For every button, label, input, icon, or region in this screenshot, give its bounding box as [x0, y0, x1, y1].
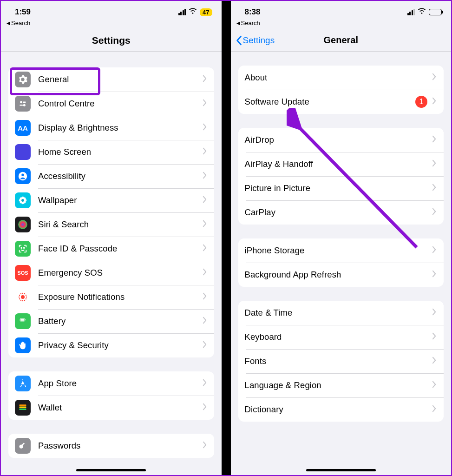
row-sos[interactable]: SOSEmergency SOS [8, 261, 214, 285]
svg-point-28 [22, 293, 23, 294]
chevron-right-icon [203, 292, 207, 302]
chevron-right-icon [203, 172, 207, 181]
chevron-right-icon [203, 220, 207, 229]
row-fonts[interactable]: Fonts [238, 349, 444, 373]
row-about[interactable]: About [238, 66, 444, 90]
row-label: iPhone Storage [245, 245, 432, 256]
chevron-right-icon [432, 405, 436, 414]
svg-point-20 [26, 298, 26, 299]
chevron-right-icon [203, 317, 207, 326]
chevron-right-icon [203, 441, 207, 450]
status-time: 8:38 [245, 7, 261, 17]
cellular-icon [178, 9, 186, 15]
person-icon [15, 168, 31, 184]
general-screen: 8:38 ◀ Search Settings General AboutSoft… [231, 1, 452, 475]
row-label: Display & Brightness [38, 123, 203, 133]
svg-rect-33 [25, 319, 26, 320]
row-bgrefresh[interactable]: Background App Refresh [238, 263, 444, 287]
row-appstore[interactable]: App Store [8, 371, 214, 396]
row-label: Picture in Picture [245, 183, 432, 193]
row-display[interactable]: AADisplay & Brightness [8, 116, 214, 140]
row-airdrop[interactable]: AirDrop [238, 128, 444, 152]
sliders-icon [15, 96, 31, 112]
row-general[interactable]: General [8, 67, 214, 92]
row-siri[interactable]: Siri & Search [8, 212, 214, 237]
svg-point-2 [23, 104, 26, 106]
chevron-right-icon [203, 123, 207, 132]
chevron-right-icon [203, 341, 207, 350]
row-battery[interactable]: Battery [8, 309, 214, 333]
row-label: Software Update [245, 97, 416, 107]
svg-point-21 [24, 300, 25, 301]
svg-point-14 [21, 199, 24, 202]
svg-point-24 [19, 298, 20, 299]
chevron-right-icon [432, 184, 436, 193]
row-label: About [245, 73, 432, 83]
wifi-icon [189, 7, 197, 17]
row-software-update[interactable]: Software Update1 [238, 90, 444, 114]
chevron-right-icon [203, 403, 207, 412]
row-carplay[interactable]: CarPlay [238, 200, 444, 225]
chevron-right-icon [203, 379, 207, 388]
wallet-icon [15, 400, 31, 416]
row-datetime[interactable]: Date & Time [238, 301, 444, 325]
row-label: Wallpaper [38, 195, 203, 205]
chevron-right-icon [432, 246, 436, 255]
row-label: Control Centre [38, 99, 203, 109]
svg-rect-1 [23, 101, 26, 103]
chevron-right-icon [203, 244, 207, 253]
svg-point-18 [21, 295, 25, 299]
svg-point-29 [24, 293, 25, 294]
svg-point-30 [26, 295, 26, 296]
home-indicator[interactable] [306, 469, 376, 471]
breadcrumb-back[interactable]: ◀ Search [1, 19, 222, 29]
row-wallpaper[interactable]: Wallpaper [8, 188, 214, 212]
row-privacy[interactable]: Privacy & Security [8, 333, 214, 357]
row-passwords[interactable]: Passwords [8, 434, 214, 458]
svg-point-5 [21, 174, 24, 177]
row-control-centre[interactable]: Control Centre [8, 92, 214, 116]
row-exposure[interactable]: Exposure Notifications [8, 285, 214, 309]
row-dict[interactable]: Dictionary [238, 397, 444, 422]
row-label: AirDrop [245, 135, 432, 145]
screenshot-divider [222, 1, 231, 475]
row-lang[interactable]: Language & Region [238, 373, 444, 397]
row-label: General [38, 74, 203, 85]
svg-point-19 [26, 297, 27, 298]
row-wallet[interactable]: Wallet [8, 396, 214, 420]
back-triangle-icon: ◀ [236, 20, 240, 26]
row-label: App Store [38, 378, 203, 389]
chevron-right-icon [432, 97, 436, 106]
svg-rect-36 [20, 409, 26, 410]
settings-group-2: App StoreWallet [8, 371, 214, 420]
row-storage[interactable]: iPhone Storage [238, 238, 444, 263]
back-button[interactable]: Settings [236, 35, 275, 46]
breadcrumb-back[interactable]: ◀ Search [231, 19, 452, 29]
appstore-icon [15, 376, 31, 391]
row-pip[interactable]: Picture in Picture [238, 176, 444, 200]
svg-point-23 [20, 300, 21, 301]
chevron-right-icon [203, 196, 207, 205]
row-faceid[interactable]: Face ID & Passcode [8, 237, 214, 261]
chevron-right-icon [432, 73, 436, 82]
row-label: Passwords [38, 441, 203, 451]
chevron-right-icon [203, 147, 207, 157]
row-airplay[interactable]: AirPlay & Handoff [238, 152, 444, 176]
svg-point-0 [20, 101, 22, 103]
chevron-left-icon [236, 35, 242, 46]
row-label: Siri & Search [38, 219, 203, 230]
chevron-right-icon [203, 99, 207, 108]
home-indicator[interactable] [76, 469, 146, 471]
siri-icon [15, 217, 31, 232]
row-label: CarPlay [245, 207, 432, 218]
row-label: Background App Refresh [245, 270, 432, 280]
row-keyboard[interactable]: Keyboard [238, 325, 444, 349]
battery-icon [15, 313, 31, 329]
general-group-4: Date & TimeKeyboardFontsLanguage & Regio… [238, 301, 444, 422]
header: Settings General [231, 29, 452, 52]
row-accessibility[interactable]: Accessibility [8, 164, 214, 188]
exposure-icon [15, 289, 31, 305]
row-label: Date & Time [245, 308, 432, 318]
row-home-screen[interactable]: Home Screen [8, 140, 214, 164]
notification-badge: 1 [415, 96, 427, 108]
